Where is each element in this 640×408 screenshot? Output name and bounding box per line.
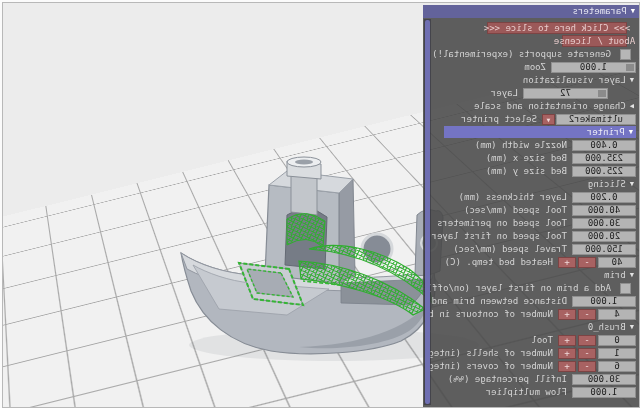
icesl-app-window: ▼ Parameters >>> Click here to slice <<<…: [2, 2, 640, 408]
slider-grab[interactable]: [626, 64, 634, 71]
layer-slider[interactable]: 72: [523, 88, 608, 99]
about-license-button[interactable]: About / license: [562, 35, 627, 47]
tree-open-icon[interactable]: ▼: [630, 270, 634, 281]
layer-thickness-field[interactable]: 0.200: [572, 192, 636, 203]
param-label: Bed size x (mm): [486, 153, 567, 164]
brim-contours-field[interactable]: 4: [598, 309, 636, 320]
param-row-layer-thickness: 0.200 Layer thickness (mm): [430, 191, 636, 203]
flow-multiplier-field[interactable]: 1.000: [572, 387, 636, 398]
param-label: Select printer: [461, 114, 537, 125]
param-label: Travel speed (mm/sec): [453, 244, 567, 255]
slider-grab[interactable]: [598, 90, 606, 97]
param-row-covers: 6 - + Number of covers (integer): [430, 360, 636, 372]
tool-speed-first-layer-field[interactable]: 20.000: [572, 231, 636, 242]
slice-button[interactable]: >>> Click here to slice <<<: [487, 22, 627, 34]
value-text: 30.000: [588, 374, 621, 385]
panel-title: Parameters: [573, 6, 627, 17]
minus-button[interactable]: -: [578, 257, 596, 268]
plus-button[interactable]: +: [558, 309, 576, 320]
travel-speed-field[interactable]: 150.000: [572, 244, 636, 255]
tree-open-icon[interactable]: ▼: [630, 322, 634, 333]
printer-dropdown-button[interactable]: ▼: [542, 114, 555, 125]
tree-brush-0[interactable]: ▼ Brush_0: [430, 321, 636, 333]
minus-button[interactable]: -: [578, 348, 596, 359]
param-row-brim-contours: 4 - + Number of contours in brim (: [430, 308, 636, 320]
panel-titlebar[interactable]: ▼ Parameters: [423, 5, 639, 18]
param-row-tool-speed-perimeters: 30.000 Tool speed on perimeters (mm: [430, 217, 636, 229]
param-label: Heated bed temp. (C): [445, 257, 553, 268]
plus-button[interactable]: +: [558, 361, 576, 372]
add-brim-checkbox[interactable]: [620, 283, 631, 294]
tree-open-icon[interactable]: ▼: [630, 179, 634, 190]
tree-label: Change orientation and scale: [474, 101, 626, 112]
param-row-infill: 30.000 Infill percentage (%%): [430, 373, 636, 385]
section-header-printer[interactable]: ▼ Printer: [444, 126, 636, 138]
tree-label: Slicing: [588, 179, 626, 190]
value-text: 235.000: [585, 153, 623, 164]
param-label: Number of covers (integer): [430, 361, 553, 372]
tree-label: brim: [604, 270, 626, 281]
tree-brim[interactable]: ▼ brim: [430, 269, 636, 281]
minus-button[interactable]: -: [578, 309, 596, 320]
param-label: Generate supports (experimental!): [432, 49, 611, 60]
param-row-layer: 72 Layer: [430, 87, 636, 99]
section-label: Printer: [587, 127, 625, 138]
value-text: 0.200: [590, 192, 617, 203]
tree-open-icon: ▼: [629, 127, 633, 138]
tool-speed-perimeters-field[interactable]: 30.000: [572, 218, 636, 229]
tree-change-orientation[interactable]: ▶ Change orientation and scale: [430, 100, 636, 112]
param-label: Add a brim on first layer (on/off): [430, 283, 611, 294]
scrollbar-grab[interactable]: [425, 20, 430, 404]
param-row-bed-size-x: 235.000 Bed size x (mm): [430, 152, 636, 164]
tree-layer-visualization[interactable]: ▼ Layer visualization: [430, 74, 636, 86]
param-label: Nozzle width (mm): [475, 140, 567, 151]
value-text: 150.000: [585, 244, 623, 255]
heated-bed-temp-field[interactable]: 40: [598, 257, 636, 268]
param-row-generate-supports: Generate supports (experimental!): [430, 48, 636, 60]
collapse-icon[interactable]: ▼: [631, 6, 635, 17]
tool-field[interactable]: 0: [598, 335, 636, 346]
value-text: 225.000: [585, 166, 623, 177]
value-text: 1.000: [590, 387, 617, 398]
tree-label: Layer visualization: [523, 75, 626, 86]
param-row-nozzle-width: 0.400 Nozzle width (mm): [430, 139, 636, 151]
brim-distance-field[interactable]: 1.000: [572, 296, 636, 307]
panel-scrollbar[interactable]: [424, 19, 431, 405]
nozzle-width-field[interactable]: 0.400: [572, 140, 636, 151]
value-text: 1.000: [580, 62, 607, 73]
param-label: Zoom: [524, 62, 546, 73]
param-label: Tool speed on first layer (m: [430, 231, 567, 242]
generate-supports-checkbox[interactable]: [620, 49, 631, 60]
parameters-panel: ▼ Parameters >>> Click here to slice <<<…: [423, 5, 639, 407]
param-row-bed-size-y: 225.000 Bed size y (mm): [430, 165, 636, 177]
printer-combo[interactable]: ultimaker2: [556, 114, 636, 125]
param-row-tool-speed-first-layer: 20.000 Tool speed on first layer (m: [430, 230, 636, 242]
minus-button[interactable]: -: [578, 335, 596, 346]
param-label: Tool speed (mm/sec): [464, 205, 567, 216]
bed-size-x-field[interactable]: 235.000: [572, 153, 636, 164]
param-row-flow: 1.000 Flow multiplier: [430, 386, 636, 398]
tree-slicing[interactable]: ▼ Slicing: [430, 178, 636, 190]
zoom-slider[interactable]: 1.000: [551, 62, 636, 73]
covers-field[interactable]: 6: [598, 361, 636, 372]
value-text: 1.000: [590, 296, 617, 307]
tree-closed-icon[interactable]: ▶: [630, 101, 634, 112]
tool-speed-field[interactable]: 40.000: [572, 205, 636, 216]
plus-button[interactable]: +: [558, 257, 576, 268]
infill-percentage-field[interactable]: 30.000: [572, 374, 636, 385]
bed-size-y-field[interactable]: 225.000: [572, 166, 636, 177]
param-label: Bed size y (mm): [486, 166, 567, 177]
shells-field[interactable]: 1: [598, 348, 636, 359]
param-label: Layer thickness (mm): [459, 192, 567, 203]
param-label: Number of shells (integer): [430, 348, 553, 359]
minus-button[interactable]: -: [578, 361, 596, 372]
plus-button[interactable]: +: [558, 348, 576, 359]
value-text: 40.000: [588, 205, 621, 216]
plus-button[interactable]: +: [558, 335, 576, 346]
param-label: Number of contours in brim (: [430, 309, 553, 320]
tree-open-icon[interactable]: ▼: [630, 75, 634, 86]
value-text: 30.000: [588, 218, 621, 229]
tree-label: Brush_0: [588, 322, 626, 333]
param-label: Distance between brim and pr: [430, 296, 567, 307]
param-row-zoom: 1.000 Zoom: [430, 61, 636, 73]
